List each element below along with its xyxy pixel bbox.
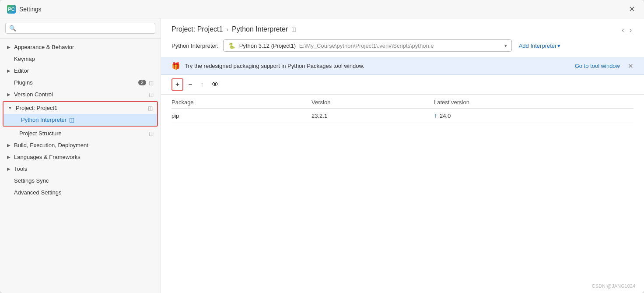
breadcrumb-arrow: ›	[226, 26, 228, 33]
search-input[interactable]	[19, 25, 151, 32]
sidebar-item-keymap[interactable]: Keymap	[0, 53, 161, 65]
pin-icon: ◫	[149, 131, 154, 137]
sidebar-item-advanced-settings[interactable]: Advanced Settings	[0, 187, 161, 198]
sidebar-item-label: Settings Sync	[7, 177, 154, 184]
sidebar-item-label: Build, Execution, Deployment	[14, 142, 154, 148]
interpreter-path: E:\My_Course\python\Project1\.venv\Scrip…	[299, 42, 434, 49]
window-title: Settings	[19, 6, 42, 13]
nav-list: ▶ Appearance & Behavior Keymap ▶ Editor …	[0, 39, 161, 293]
sidebar-item-label: Tools	[14, 166, 154, 172]
add-interpreter-button[interactable]: Add Interpreter ▾	[516, 41, 564, 51]
breadcrumb-icon[interactable]: ◫	[291, 26, 296, 32]
sidebar-item-label: Advanced Settings	[7, 189, 154, 196]
settings-window: PC Settings ✕ 🔍 ▶ Appearance & Behavior	[0, 0, 644, 293]
breadcrumb: Project: Project1 › Python Interpreter ◫…	[172, 25, 634, 33]
sidebar-item-label: Python Interpreter	[21, 116, 66, 123]
package-table: Package Version Latest version pip 23.2.…	[161, 95, 644, 293]
table-header: Package Version Latest version	[172, 95, 634, 109]
chevron-icon: ▶	[7, 45, 10, 49]
toolbar: + − ↑ 👁	[161, 75, 644, 95]
interpreter-name: Python 3.12 (Project1) E:\My_Course\pyth…	[239, 42, 501, 49]
header-version: Version	[312, 99, 434, 106]
sidebar-item-settings-sync[interactable]: Settings Sync	[0, 175, 161, 187]
chevron-icon: ▼	[8, 106, 12, 110]
gift-icon: 🎁	[172, 62, 180, 70]
sidebar-item-plugins[interactable]: Plugins 2 ◫	[0, 77, 161, 88]
sidebar-item-editor[interactable]: ▶ Editor	[0, 65, 161, 77]
remove-package-button[interactable]: −	[185, 79, 195, 90]
sidebar-item-label: Languages & Frameworks	[14, 154, 154, 160]
sidebar-item-label: Keymap	[7, 56, 154, 62]
sidebar: 🔍 ▶ Appearance & Behavior Keymap ▶	[0, 18, 161, 293]
sidebar-item-label: Version Control	[14, 91, 146, 98]
add-package-button[interactable]: +	[172, 78, 183, 91]
sidebar-item-label: Editor	[14, 67, 154, 74]
banner-text: Try the redesigned packaging support in …	[185, 63, 570, 69]
sidebar-item-appearance[interactable]: ▶ Appearance & Behavior	[0, 41, 161, 53]
table-row: pip 23.2.1 ↑ 24.0	[172, 109, 634, 123]
sidebar-item-label: Appearance & Behavior	[14, 44, 154, 50]
header-latest-version: Latest version	[434, 99, 634, 106]
sidebar-item-python-interpreter[interactable]: Python Interpreter ◫	[4, 114, 157, 126]
banner-close-icon[interactable]: ✕	[628, 62, 634, 70]
search-wrap: 🔍	[5, 23, 155, 34]
title-bar-left: PC Settings	[7, 5, 42, 14]
sidebar-item-project1[interactable]: ▼ Project: Project1 ◫	[4, 102, 157, 114]
header-package: Package	[172, 99, 312, 106]
breadcrumb-project: Project: Project1	[172, 25, 223, 33]
nav-arrows: ‹ ›	[620, 25, 634, 35]
sidebar-item-version-control[interactable]: ▶ Version Control ◫	[0, 88, 161, 100]
show-package-button[interactable]: 👁	[209, 79, 222, 90]
pin-icon: ◫	[149, 80, 154, 86]
chevron-icon: ▶	[7, 68, 10, 73]
go-to-tool-window-link[interactable]: Go to tool window	[575, 63, 620, 69]
chevron-icon: ▶	[7, 92, 10, 97]
latest-version-value: 24.0	[440, 113, 451, 119]
panel-header: Project: Project1 › Python Interpreter ◫…	[161, 18, 644, 57]
main-content: 🔍 ▶ Appearance & Behavior Keymap ▶	[0, 18, 644, 293]
dropdown-chevron-icon: ▾	[504, 43, 507, 49]
breadcrumb-page: Python Interpreter	[232, 25, 288, 33]
interpreter-row: Python Interpreter: 🐍 Python 3.12 (Proje…	[172, 39, 634, 52]
sidebar-item-tools[interactable]: ▶ Tools	[0, 163, 161, 175]
title-bar: PC Settings ✕	[0, 0, 644, 18]
chevron-icon: ▶	[7, 143, 10, 148]
info-banner: 🎁 Try the redesigned packaging support i…	[161, 57, 644, 75]
sidebar-item-label: Plugins	[7, 79, 136, 86]
forward-button[interactable]: ›	[628, 25, 634, 35]
pin-icon: ◫	[69, 116, 74, 123]
update-arrow-icon: ↑	[434, 112, 437, 119]
pin-icon: ◫	[149, 92, 154, 98]
sidebar-item-project-structure[interactable]: Project Structure ◫	[0, 127, 161, 139]
chevron-icon: ▶	[7, 166, 10, 171]
package-name: pip	[172, 113, 312, 119]
back-button[interactable]: ‹	[620, 25, 626, 35]
plugins-badge: 2	[138, 80, 146, 85]
watermark: CSDN @JANG1024	[592, 283, 635, 289]
panel-header-row: Project: Project1 › Python Interpreter ◫…	[172, 25, 634, 52]
close-button[interactable]: ✕	[627, 3, 637, 16]
python-icon: 🐍	[228, 42, 236, 49]
sidebar-item-languages[interactable]: ▶ Languages & Frameworks	[0, 151, 161, 163]
interpreter-dropdown[interactable]: 🐍 Python 3.12 (Project1) E:\My_Course\py…	[223, 39, 512, 52]
latest-version-cell: ↑ 24.0	[434, 112, 634, 119]
chevron-icon: ▶	[7, 155, 10, 159]
project-group-highlight: ▼ Project: Project1 ◫ Python Interpreter…	[3, 101, 158, 127]
sidebar-item-label: Project Structure	[19, 130, 146, 137]
package-version: 23.2.1	[312, 113, 434, 119]
right-panel: Project: Project1 › Python Interpreter ◫…	[161, 18, 644, 293]
pin-icon: ◫	[148, 105, 153, 111]
interpreter-label: Python Interpreter:	[172, 42, 219, 49]
search-icon: 🔍	[9, 25, 16, 32]
search-bar: 🔍	[0, 18, 161, 39]
sidebar-item-label: Project: Project1	[16, 105, 145, 111]
app-icon: PC	[7, 5, 16, 14]
upload-package-button[interactable]: ↑	[197, 79, 207, 90]
sidebar-item-build-execution[interactable]: ▶ Build, Execution, Deployment	[0, 139, 161, 151]
